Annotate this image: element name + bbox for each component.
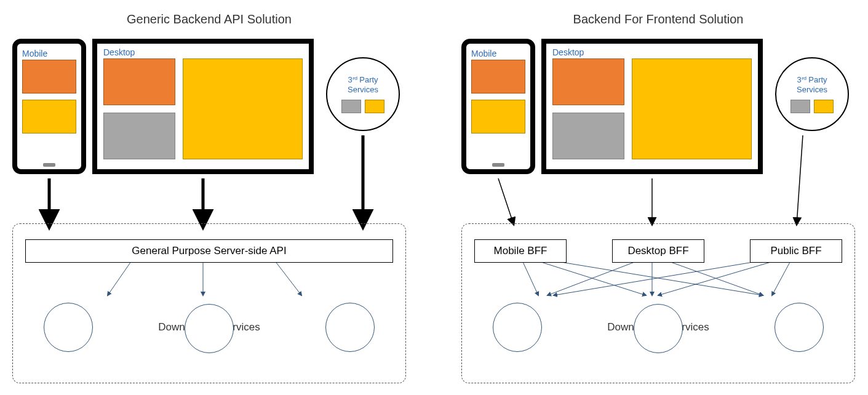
server-box-right: Mobile BFF Desktop BFF Public BFF Downst… [461, 223, 855, 383]
mobile-bff-box: Mobile BFF [474, 239, 567, 263]
desktop-monitor-left: Desktop [92, 39, 314, 174]
desktop-orange-block [103, 58, 175, 105]
downstream-service-circle [493, 303, 542, 352]
downstream-service-circle [774, 303, 824, 352]
desktop-monitor-right: Desktop [541, 39, 763, 174]
downstream-service-circle [325, 303, 375, 352]
bff-row: Mobile BFF Desktop BFF Public BFF [474, 239, 842, 263]
generic-backend-panel: Generic Backend API Solution Mobile Desk… [12, 12, 406, 383]
panel-title-left: Generic Backend API Solution [12, 12, 406, 26]
panel-title-right: Backend For Frontend Solution [461, 12, 855, 26]
third-party-gray-chip [341, 100, 361, 113]
desktop-label: Desktop [103, 47, 303, 57]
mobile-yellow-block [471, 100, 525, 134]
mobile-home-icon [492, 163, 504, 167]
bff-panel: Backend For Frontend Solution Mobile Des… [461, 12, 855, 383]
diagram-container: Generic Backend API Solution Mobile Desk… [12, 12, 856, 383]
third-party-label: 3ʳᵈ Party Services [781, 75, 843, 94]
clients-row-right: Mobile Desktop 3ʳᵈ Party S [461, 39, 855, 180]
desktop-gray-block [552, 113, 624, 159]
third-party-gray-chip [790, 100, 810, 113]
mobile-home-icon [43, 163, 55, 167]
server-box-left: General Purpose Server-side API Downstre… [12, 223, 406, 383]
downstream-service-circle [634, 304, 683, 353]
public-bff-box: Public BFF [750, 239, 842, 263]
third-party-label: 3ʳᵈ Party Services [332, 75, 394, 94]
mobile-orange-block [22, 60, 76, 94]
third-party-yellow-chip [365, 100, 384, 113]
third-party-circle-right: 3ʳᵈ Party Services [775, 57, 849, 131]
general-api-box: General Purpose Server-side API [25, 239, 393, 263]
downstream-service-circle [44, 303, 93, 352]
mobile-device-right: Mobile [461, 39, 535, 174]
desktop-bff-box: Desktop BFF [612, 239, 704, 263]
third-party-yellow-chip [814, 100, 834, 113]
desktop-yellow-block [183, 58, 303, 159]
mobile-label: Mobile [471, 49, 525, 58]
third-party-circle-left: 3ʳᵈ Party Services [326, 57, 400, 131]
svg-line-10 [498, 178, 514, 225]
desktop-orange-block [552, 58, 624, 105]
clients-row-left: Mobile Desktop 3ʳᵈ Party S [12, 39, 406, 180]
desktop-gray-block [103, 113, 175, 159]
mobile-orange-block [471, 60, 525, 94]
mobile-device-left: Mobile [12, 39, 86, 174]
mobile-yellow-block [22, 100, 76, 134]
desktop-yellow-block [632, 58, 752, 159]
desktop-label: Desktop [552, 47, 752, 57]
downstream-service-circle [185, 304, 234, 353]
mobile-label: Mobile [22, 49, 76, 58]
